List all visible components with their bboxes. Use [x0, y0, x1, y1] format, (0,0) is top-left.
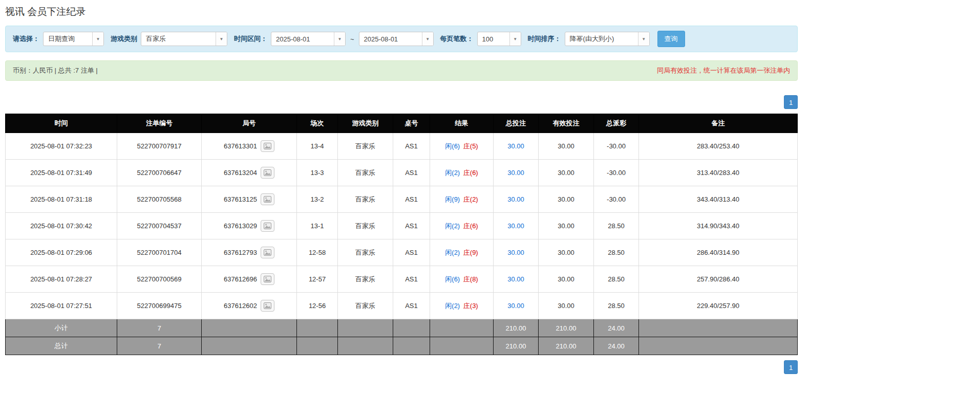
- table-row: 2025-08-01 07:29:06 522700701704 6376127…: [6, 239, 798, 266]
- result-banker: 庄(9): [463, 249, 478, 256]
- total-payout: 24.00: [594, 337, 639, 355]
- date-from-select[interactable]: 2025-08-01 ▼: [271, 32, 346, 46]
- cell-payout: 28.50: [594, 266, 639, 293]
- round-id-text: 637612602: [224, 302, 257, 310]
- page-size-label: 每页笔数：: [440, 34, 474, 43]
- card-result-icon[interactable]: [261, 220, 274, 232]
- total-bet-link[interactable]: 30.00: [507, 195, 524, 203]
- result-player: 闲(2): [445, 169, 460, 177]
- cell-table: AS1: [393, 186, 430, 213]
- result-player: 闲(6): [445, 142, 460, 150]
- cell-time: 2025-08-01 07:31:49: [6, 160, 117, 186]
- query-type-value: 日期查询: [44, 32, 92, 46]
- cell-result: 闲(2) 庄(3): [430, 293, 494, 319]
- query-type-select[interactable]: 日期查询 ▼: [43, 32, 104, 46]
- cell-order-id: 522700701704: [117, 239, 202, 266]
- cell-round-id: 637613029: [202, 213, 297, 239]
- cell-table: AS1: [393, 133, 430, 160]
- empty-cell: [639, 319, 798, 337]
- chevron-down-icon[interactable]: ▼: [509, 32, 521, 46]
- total-total-bet: 210.00: [494, 337, 539, 355]
- total-bet-link[interactable]: 30.00: [507, 249, 524, 256]
- subtotal-count: 7: [117, 319, 202, 337]
- cell-note: 314.90/343.40: [639, 213, 798, 239]
- page-size-value: 100: [478, 32, 509, 46]
- empty-cell: [297, 337, 338, 355]
- header-table: 桌号: [393, 114, 430, 133]
- cell-time: 2025-08-01 07:32:23: [6, 133, 117, 160]
- chevron-down-icon[interactable]: ▼: [92, 32, 103, 46]
- cell-table: AS1: [393, 266, 430, 293]
- result-banker: 庄(6): [463, 169, 478, 177]
- pagination-page-1[interactable]: 1: [784, 360, 798, 374]
- round-id-text: 637613029: [224, 222, 257, 230]
- round-id-text: 637612793: [224, 249, 257, 256]
- total-count: 7: [117, 337, 202, 355]
- chevron-down-icon[interactable]: ▼: [422, 32, 433, 46]
- empty-cell: [430, 337, 494, 355]
- cell-valid-bet: 30.00: [539, 239, 594, 266]
- total-bet-link[interactable]: 30.00: [507, 142, 524, 150]
- cell-round-id: 637612793: [202, 239, 297, 266]
- records-table: 时间 注单编号 局号 场次 游戏类别 桌号 结果 总投注 有效投注 总派彩 备注…: [5, 114, 798, 355]
- date-to-select[interactable]: 2025-08-01 ▼: [359, 32, 434, 46]
- cell-game-type: 百家乐: [338, 133, 393, 160]
- cell-game-type: 百家乐: [338, 160, 393, 186]
- chevron-down-icon[interactable]: ▼: [216, 32, 227, 46]
- date-to-value: 2025-08-01: [359, 32, 422, 46]
- chevron-down-icon[interactable]: ▼: [334, 32, 345, 46]
- search-button[interactable]: 查询: [657, 31, 685, 47]
- cell-result: 闲(6) 庄(8): [430, 266, 494, 293]
- result-player: 闲(6): [445, 275, 460, 283]
- sort-select[interactable]: 降幂(由大到小) ▼: [565, 32, 650, 46]
- total-bet-link[interactable]: 30.00: [507, 302, 524, 310]
- card-result-icon[interactable]: [261, 140, 274, 152]
- subtotal-payout: 24.00: [594, 319, 639, 337]
- cell-round-id: 637613301: [202, 133, 297, 160]
- sort-label: 时间排序：: [528, 34, 561, 43]
- empty-cell: [202, 337, 297, 355]
- cell-time: 2025-08-01 07:28:27: [6, 266, 117, 293]
- header-time: 时间: [6, 114, 117, 133]
- empty-cell: [393, 337, 430, 355]
- cell-valid-bet: 30.00: [539, 266, 594, 293]
- card-result-icon[interactable]: [261, 273, 274, 285]
- empty-cell: [393, 319, 430, 337]
- filter-bar: 请选择： 日期查询 ▼ 游戏类别 百家乐 ▼ 时间区间： 2025-08-01 …: [5, 26, 798, 52]
- cell-table: AS1: [393, 213, 430, 239]
- empty-cell: [297, 319, 338, 337]
- page-size-select[interactable]: 100 ▼: [477, 32, 521, 46]
- cell-round-id: 637613204: [202, 160, 297, 186]
- card-result-icon[interactable]: [261, 167, 274, 179]
- cell-time: 2025-08-01 07:27:51: [6, 293, 117, 319]
- cell-session: 13-1: [297, 213, 338, 239]
- table-row: 2025-08-01 07:31:18 522700705568 6376131…: [6, 186, 798, 213]
- header-valid-bet: 有效投注: [539, 114, 594, 133]
- result-player: 闲(2): [445, 302, 460, 310]
- cell-game-type: 百家乐: [338, 239, 393, 266]
- cell-result: 闲(6) 庄(5): [430, 133, 494, 160]
- game-type-select[interactable]: 百家乐 ▼: [141, 32, 227, 46]
- cell-round-id: 637612696: [202, 266, 297, 293]
- table-footer: 小计 7 210.00 210.00 24.00 总计 7 2: [6, 319, 798, 355]
- chevron-down-icon[interactable]: ▼: [638, 32, 649, 46]
- empty-cell: [430, 319, 494, 337]
- cell-total-bet: 30.00: [494, 293, 539, 319]
- result-banker: 庄(6): [463, 222, 478, 230]
- cell-result: 闲(2) 庄(9): [430, 239, 494, 266]
- date-range-separator: ~: [349, 35, 355, 43]
- pagination-page-1[interactable]: 1: [784, 95, 798, 109]
- card-result-icon[interactable]: [261, 300, 274, 312]
- cell-payout: -30.00: [594, 133, 639, 160]
- total-bet-link[interactable]: 30.00: [507, 222, 524, 230]
- total-bet-link[interactable]: 30.00: [507, 169, 524, 177]
- cell-game-type: 百家乐: [338, 186, 393, 213]
- card-result-icon[interactable]: [261, 247, 274, 258]
- card-result-icon[interactable]: [261, 193, 274, 205]
- cell-session: 13-2: [297, 186, 338, 213]
- total-label: 总计: [6, 337, 117, 355]
- total-bet-link[interactable]: 30.00: [507, 275, 524, 283]
- cell-order-id: 522700700569: [117, 266, 202, 293]
- select-label: 请选择：: [13, 34, 39, 43]
- cell-game-type: 百家乐: [338, 213, 393, 239]
